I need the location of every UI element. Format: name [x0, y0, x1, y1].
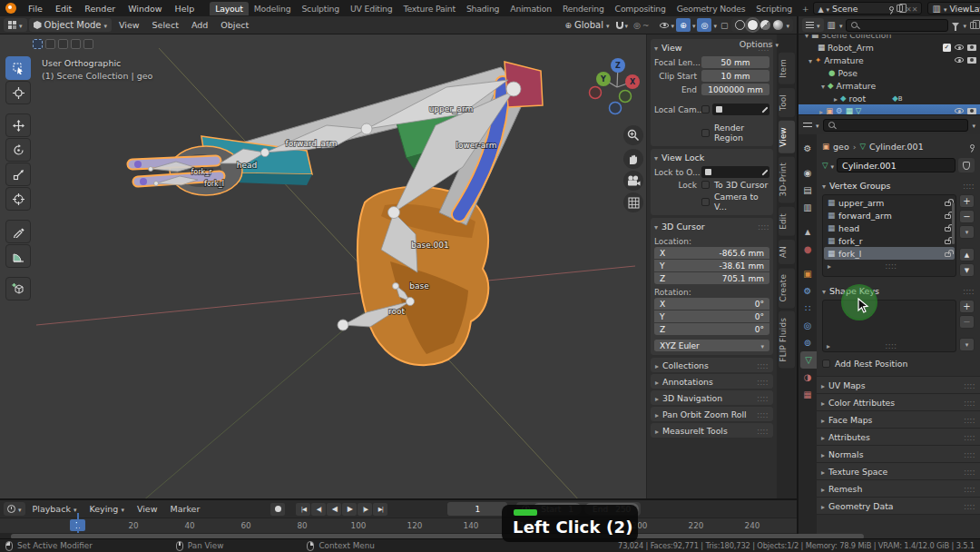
panel-pan-orbit-zoom-roll[interactable]: Pan Orbit Zoom Roll — [651, 407, 773, 421]
workspace-tab-sculpting[interactable]: Sculpting — [296, 2, 345, 15]
tab-texture-properties[interactable] — [799, 386, 817, 403]
hide-icon[interactable] — [955, 57, 964, 63]
eyedropper-icon[interactable] — [761, 169, 768, 175]
navigation-gizmo[interactable]: Z Y X — [588, 51, 646, 118]
hide-icon[interactable] — [955, 44, 964, 50]
chevron-down-icon[interactable] — [839, 20, 843, 30]
tab-an[interactable]: AN — [779, 240, 795, 264]
outliner-row-pose[interactable]: ● Pose — [799, 66, 980, 79]
tab-create[interactable]: Create — [779, 268, 795, 308]
panel-face-maps[interactable]: Face Maps — [817, 411, 980, 429]
tab-flip-fluids[interactable]: FLIP Fluids — [779, 311, 795, 369]
pan-button[interactable] — [623, 149, 643, 169]
chevron-down-icon[interactable] — [816, 120, 819, 130]
remove-shape-key-button[interactable]: − — [959, 315, 975, 329]
move-group-down-button[interactable]: ▼ — [959, 263, 975, 277]
playhead[interactable] — [77, 513, 79, 533]
tab-object-properties[interactable] — [799, 265, 817, 282]
menu-view[interactable]: View — [113, 20, 145, 30]
delete-scene-icon[interactable] — [912, 4, 918, 14]
next-keyframe-button[interactable]: |▶ — [358, 503, 372, 516]
vertex-group-item-selected[interactable]: ▦fork_l — [824, 247, 955, 260]
panel-normals[interactable]: Normals — [817, 446, 980, 463]
tab-tool[interactable]: Tool — [779, 88, 795, 117]
snap-toggle[interactable] — [616, 22, 623, 29]
cursor-location-x[interactable]: X-865.6 mm — [654, 247, 769, 259]
tab-modifier-properties[interactable] — [799, 282, 817, 300]
editor-type-button[interactable] — [4, 18, 27, 32]
tab-3d-print[interactable]: 3D-Print — [779, 156, 795, 202]
tab-viewlayer-properties[interactable] — [799, 199, 817, 216]
breadcrumb-object[interactable]: geo — [833, 142, 849, 152]
tool-rotate[interactable] — [5, 138, 31, 162]
viewlayer-selector[interactable]: ViewLayer — [927, 2, 980, 15]
filter-expand-icon[interactable] — [827, 340, 830, 350]
panel-3d-cursor-title[interactable]: 3D Cursor — [662, 222, 705, 232]
shading-rendered-button[interactable] — [773, 20, 783, 30]
menu-keying[interactable]: Keying — [83, 504, 129, 514]
mode-dropdown[interactable]: Object Mode — [29, 18, 113, 32]
show-gizmo-icon[interactable] — [660, 23, 669, 28]
panel-geometry-data[interactable]: Geometry Data — [817, 498, 980, 515]
collapse-icon[interactable] — [805, 34, 808, 40]
collection-chip[interactable] — [45, 39, 55, 49]
vertex-groups-header[interactable]: Vertex Groups — [822, 178, 975, 192]
transform-orientation-dropdown[interactable]: ⊕ Global — [561, 18, 614, 32]
disable-render-icon[interactable] — [967, 57, 976, 64]
options-chevron-icon[interactable] — [972, 120, 975, 130]
local-camera-field[interactable] — [712, 104, 769, 115]
tab-object-data-properties[interactable] — [800, 351, 817, 369]
panel-uv-maps[interactable]: UV Maps — [817, 377, 980, 394]
zoom-button[interactable] — [623, 125, 643, 145]
tab-output-properties[interactable] — [799, 182, 817, 199]
datablock-name-field[interactable]: Cylinder.001 — [837, 158, 956, 172]
local-camera-checkbox[interactable] — [701, 105, 710, 113]
lock-icon[interactable] — [945, 252, 951, 257]
menu-help[interactable]: Help — [169, 4, 201, 14]
falloff-curve-icon[interactable]: ~ — [642, 21, 650, 30]
move-group-up-button[interactable]: ▲ — [959, 248, 975, 261]
menu-marker[interactable]: Marker — [164, 504, 205, 514]
panel-attributes[interactable]: Attributes — [817, 429, 980, 446]
proportional-edit-icon[interactable]: ◎ — [633, 21, 641, 30]
tab-material-properties[interactable] — [799, 369, 817, 386]
tool-move[interactable] — [5, 113, 31, 137]
grip-icon[interactable] — [758, 222, 769, 232]
snap-dropdown-icon[interactable] — [625, 20, 629, 30]
collapse-icon[interactable] — [821, 81, 825, 91]
workspace-tab-animation[interactable]: Animation — [505, 2, 557, 15]
overlay-dropdown-icon[interactable] — [713, 20, 717, 30]
timeline-ruler[interactable]: 20 40 60 80 100 120 140 160 180 200 220 … — [0, 518, 797, 533]
tool-add-cube[interactable] — [5, 277, 31, 301]
panel-collections[interactable]: Collections — [651, 358, 773, 372]
lock-icon[interactable] — [945, 227, 951, 232]
expand-icon[interactable] — [819, 106, 823, 115]
clip-start-field[interactable]: 10 mm — [701, 70, 769, 82]
previous-keyframe-button[interactable]: ◀| — [311, 503, 326, 516]
chevron-down-icon[interactable] — [831, 161, 835, 171]
tool-select-box[interactable] — [5, 56, 31, 80]
lock-to-object-field[interactable] — [701, 166, 769, 178]
new-scene-icon[interactable] — [897, 5, 903, 12]
add-shape-key-button[interactable]: + — [959, 300, 975, 313]
menu-select[interactable]: Select — [147, 20, 184, 30]
outliner-row-root[interactable]: ◆ root ◆B — [799, 92, 980, 104]
panel-view-title[interactable]: View — [662, 43, 682, 53]
outliner-row-scene-collection[interactable]: ▦ Scene Collection — [799, 34, 980, 41]
auto-keying-button[interactable] — [270, 503, 285, 516]
new-collection-icon[interactable] — [970, 22, 976, 29]
outliner-row-armature-data[interactable]: ◆ Armature — [799, 79, 980, 92]
play-button[interactable]: ▶ — [342, 503, 357, 516]
scene-selector[interactable]: Scene — [813, 2, 922, 15]
overlays-toggle[interactable]: ◎ — [697, 18, 711, 32]
panel-annotations[interactable]: Annotations — [651, 374, 773, 389]
xray-toggle[interactable]: ▢ — [720, 21, 729, 30]
properties-editor-icon[interactable] — [803, 122, 812, 129]
disable-render-icon[interactable] — [967, 108, 976, 114]
tab-physics-properties[interactable] — [799, 317, 817, 334]
filter-expand-icon[interactable] — [828, 261, 831, 271]
focal-length-field[interactable]: 50 mm — [701, 56, 769, 68]
clip-end-field[interactable]: 1000000 mm — [701, 84, 769, 95]
gizmo-neg-x-axis[interactable] — [590, 87, 602, 99]
cursor-location-z[interactable]: Z705.1 mm — [654, 272, 769, 284]
